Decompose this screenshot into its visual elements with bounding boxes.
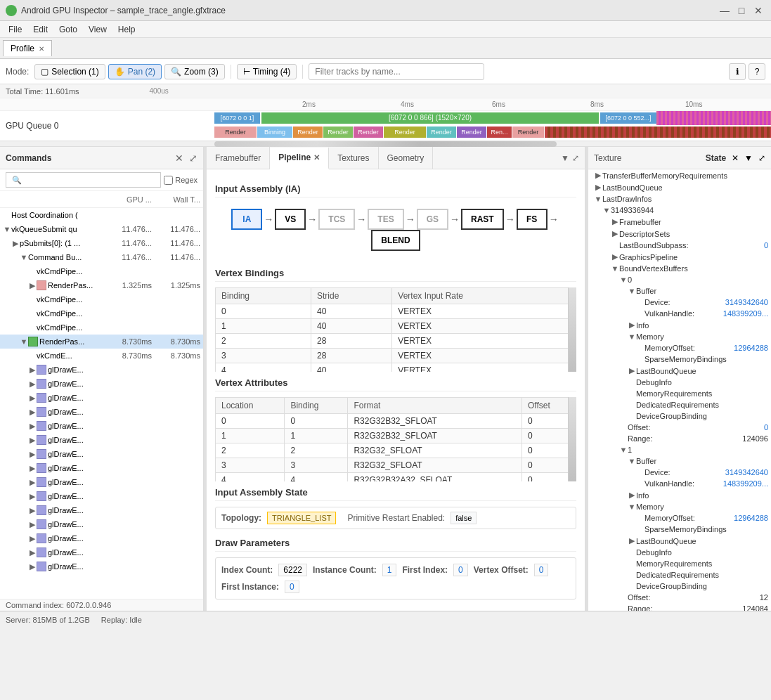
tree-item-gldraw-13[interactable]: ▶glDrawE... [0, 545, 203, 559]
state-node-lastboundsubpass[interactable]: LastBoundSubpass: 0 [588, 240, 771, 251]
toggle-gldraw-4[interactable]: ▶ [28, 422, 37, 431]
state-node-memory1[interactable]: ▼ Memory [588, 501, 771, 512]
tree-item-gldraw-4[interactable]: ▶glDrawE... [0, 419, 203, 433]
toggle-gldraw-9[interactable]: ▶ [28, 492, 37, 501]
sub-dense[interactable] [545, 127, 771, 138]
tree-item-gldraw-7[interactable]: ▶glDrawE... [0, 461, 203, 475]
tab-expand-btn[interactable]: ▼ ⤢ [555, 153, 585, 163]
close-button[interactable]: ✕ [751, 4, 765, 18]
tab-profile-close[interactable]: ✕ [39, 45, 44, 53]
state-node-info0[interactable]: ▶ Info [588, 319, 771, 331]
menu-goto[interactable]: Goto [53, 23, 83, 36]
stage-rast[interactable]: RAST [461, 209, 504, 230]
menu-view[interactable]: View [83, 23, 112, 36]
minimize-button[interactable]: — [718, 4, 732, 18]
toggle-graphicspipeline[interactable]: ▶ [611, 252, 619, 261]
tree-item-gldraw-0[interactable]: ▶glDrawE... [0, 363, 203, 377]
menu-edit[interactable]: Edit [27, 23, 53, 36]
toggle-gldraw-3[interactable]: ▶ [28, 408, 37, 417]
state-expand-icon[interactable]: ⤢ [758, 153, 765, 163]
tab-textures[interactable]: Textures [329, 147, 378, 169]
toggle-buffer1[interactable]: ▼ [628, 457, 636, 465]
tree-item-vkqueue[interactable]: ▼ vkQueueSubmit qu 11.476... 11.476... [0, 222, 203, 236]
scrollbar-thumb[interactable] [214, 141, 557, 147]
stage-vs[interactable]: VS [275, 209, 306, 230]
zoom-button[interactable]: 🔍 Zoom (3) [164, 64, 225, 79]
sub-render-7[interactable]: Render [457, 127, 486, 138]
sub-render-5[interactable]: Render [384, 127, 426, 138]
toggle-transferbuffer[interactable]: ▶ [594, 171, 602, 180]
va-scrollbar[interactable] [568, 397, 576, 481]
toggle-lastboundqueue1[interactable]: ▶ [628, 536, 636, 545]
state-node-memory0[interactable]: ▼ Memory [588, 331, 771, 342]
block-dense[interactable] [656, 111, 771, 125]
state-node-boundvertexbuffers[interactable]: ▼ BoundVertexBuffers [588, 263, 771, 274]
state-close-icon[interactable]: ✕ [732, 153, 739, 163]
toggle-memory1[interactable]: ▼ [628, 503, 636, 511]
tab-pipeline[interactable]: Pipeline ✕ [270, 148, 329, 169]
vb-scrollbar[interactable] [568, 287, 576, 372]
sub-render-4[interactable]: Render [354, 127, 383, 138]
toggle-psubmits[interactable]: ▶ [11, 239, 20, 248]
sub-render-2[interactable]: Render [293, 127, 323, 138]
commands-panel-close[interactable]: ✕ [175, 153, 183, 164]
toggle-info0[interactable]: ▶ [628, 320, 636, 330]
stage-gs[interactable]: GS [417, 209, 448, 230]
toggle-cmdbuf[interactable]: ▼ [20, 253, 28, 261]
toggle-gldraw-10[interactable]: ▶ [28, 506, 37, 515]
tree-item-gldraw-10[interactable]: ▶glDrawE... [0, 503, 203, 517]
state-node-lastboundqueue[interactable]: ▶ LastBoundQueue [588, 181, 771, 193]
tree-item-gldraw-8[interactable]: ▶glDrawE... [0, 475, 203, 489]
sub-render-8[interactable]: Ren... [487, 127, 512, 138]
stage-tcs[interactable]: TCS [318, 209, 355, 230]
toggle-framebuffer[interactable]: ▶ [611, 217, 619, 226]
toggle-lastdrawinfos[interactable]: ▼ [594, 195, 602, 203]
menu-help[interactable]: Help [112, 23, 141, 36]
toggle-gldraw-5[interactable]: ▶ [28, 436, 37, 445]
toggle-boundvertexbuffers[interactable]: ▼ [611, 264, 619, 273]
tree-item-renderpass2[interactable]: ▼ RenderPas... 8.730ms 8.730ms [0, 335, 203, 349]
commands-search-input[interactable] [6, 172, 161, 188]
tab-pipeline-close[interactable]: ✕ [313, 153, 320, 162]
sub-render-3[interactable]: Render [323, 127, 353, 138]
filter-input[interactable] [309, 63, 484, 80]
maximize-button[interactable]: □ [734, 4, 749, 18]
tree-item-vkcmde[interactable]: vkCmdE... 8.730ms 8.730ms [0, 349, 203, 363]
tree-item-gldraw-5[interactable]: ▶glDrawE... [0, 433, 203, 447]
state-node-buffer1[interactable]: ▼ Buffer [588, 455, 771, 467]
tree-item-gldraw-2[interactable]: ▶glDrawE... [0, 391, 203, 405]
toggle-buffer0[interactable]: ▼ [628, 287, 636, 295]
tree-item-gldraw-14[interactable]: ▶glDrawE... [0, 559, 203, 573]
stage-blend[interactable]: BLEND [371, 230, 420, 251]
toggle-lastboundqueue0[interactable]: ▶ [628, 366, 636, 375]
state-node-idx1[interactable]: ▼ 1 [588, 444, 771, 455]
state-node-framebuffer[interactable]: ▶ Framebuffer [588, 216, 771, 228]
block-center[interactable]: [6072 0 0 866] (1520×720) [261, 112, 599, 124]
state-node-graphicspipeline[interactable]: ▶ GraphicsPipeline [588, 251, 771, 263]
toggle-gldraw-0[interactable]: ▶ [28, 365, 37, 375]
toggle-vkqueue[interactable]: ▼ [3, 225, 11, 233]
tree-item-vkcmdpipe2[interactable]: vkCmdPipe... [0, 292, 203, 306]
state-node-lastboundqueue0[interactable]: ▶ LastBoundQueue [588, 365, 771, 377]
regex-checkbox[interactable] [164, 176, 173, 185]
stage-ia[interactable]: IA [231, 209, 262, 230]
toggle-gldraw-13[interactable]: ▶ [28, 548, 37, 557]
toggle-gldraw-6[interactable]: ▶ [28, 450, 37, 459]
state-node-3149336944[interactable]: ▼ 3149336944 [588, 205, 771, 216]
state-node-lastboundqueue1[interactable]: ▶ LastBoundQueue [588, 535, 771, 547]
toggle-descriptorsets[interactable]: ▶ [611, 229, 619, 238]
menu-file[interactable]: File [3, 23, 27, 36]
state-node-transferbuffer[interactable]: ▶ TransferBufferMemoryRequirements [588, 169, 771, 181]
tab-geometry[interactable]: Geometry [379, 147, 434, 169]
toggle-gldraw-7[interactable]: ▶ [28, 464, 37, 473]
tree-item-vkcmdpipe1[interactable]: vkCmdPipe... [0, 264, 203, 278]
tab-framebuffer[interactable]: Framebuffer [207, 147, 270, 169]
tree-item-gldraw-6[interactable]: ▶glDrawE... [0, 447, 203, 461]
help-button[interactable]: ? [749, 63, 765, 80]
tree-item-renderpass1[interactable]: ▶ RenderPas... 1.325ms 1.325ms [0, 278, 203, 292]
state-node-buffer0[interactable]: ▼ Buffer [588, 285, 771, 297]
tree-item-gldraw-3[interactable]: ▶glDrawE... [0, 405, 203, 419]
tree-item-host[interactable]: Host Coordination ( [0, 208, 203, 222]
toggle-idx0[interactable]: ▼ [619, 276, 628, 284]
toggle-renderpass2[interactable]: ▼ [20, 337, 28, 346]
